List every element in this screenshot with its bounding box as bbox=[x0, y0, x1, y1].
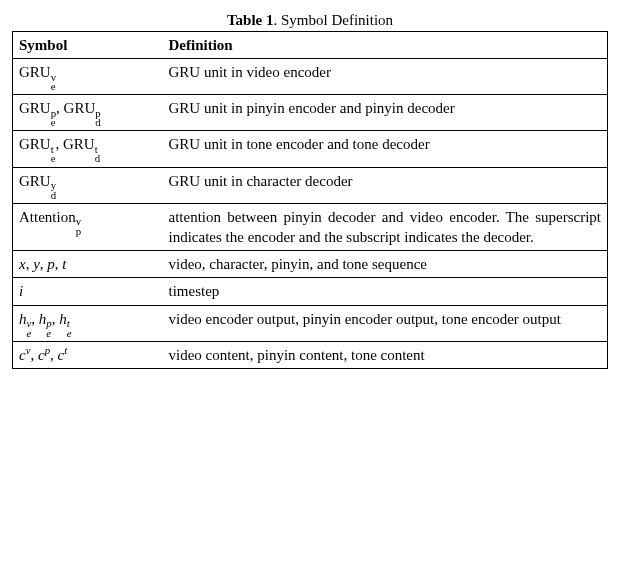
symbol-cell: hve, hpe, hte bbox=[13, 305, 163, 341]
definition-cell: timestep bbox=[163, 278, 608, 305]
symbol-cell: x, y, p, t bbox=[13, 251, 163, 278]
header-definition: Definition bbox=[163, 32, 608, 59]
definition-cell: attention between pinyin decoder and vid… bbox=[163, 203, 608, 251]
table-row: hve, hpe, hte video encoder output, piny… bbox=[13, 305, 608, 341]
table-row: cv, cp, ct video content, pinyin content… bbox=[13, 341, 608, 368]
definition-cell: GRU unit in pinyin encoder and pinyin de… bbox=[163, 95, 608, 131]
table-row: x, y, p, t video, character, pinyin, and… bbox=[13, 251, 608, 278]
symbol-definition-table: Symbol Definition GRUve GRU unit in vide… bbox=[12, 31, 608, 369]
table-row: GRUyd GRU unit in character decoder bbox=[13, 167, 608, 203]
table-title: Symbol Definition bbox=[281, 12, 393, 28]
table-row: i timestep bbox=[13, 278, 608, 305]
definition-cell: video, character, pinyin, and tone seque… bbox=[163, 251, 608, 278]
definition-cell: video encoder output, pinyin encoder out… bbox=[163, 305, 608, 341]
symbol-cell: GRUte, GRUtd bbox=[13, 131, 163, 167]
table-row: GRUpe, GRUpd GRU unit in pinyin encoder … bbox=[13, 95, 608, 131]
table-row: GRUte, GRUtd GRU unit in tone encoder an… bbox=[13, 131, 608, 167]
symbol-cell: GRUyd bbox=[13, 167, 163, 203]
definition-cell: video content, pinyin content, tone cont… bbox=[163, 341, 608, 368]
definition-cell: GRU unit in tone encoder and tone decode… bbox=[163, 131, 608, 167]
symbol-cell: Attentionvp bbox=[13, 203, 163, 251]
table-header-row: Symbol Definition bbox=[13, 32, 608, 59]
symbol-cell: i bbox=[13, 278, 163, 305]
header-symbol: Symbol bbox=[13, 32, 163, 59]
table-label: Table 1 bbox=[227, 12, 274, 28]
table-row: GRUve GRU unit in video encoder bbox=[13, 59, 608, 95]
table-caption: Table 1. Symbol Definition bbox=[12, 12, 608, 29]
symbol-cell: GRUve bbox=[13, 59, 163, 95]
definition-cell: GRU unit in video encoder bbox=[163, 59, 608, 95]
definition-cell: GRU unit in character decoder bbox=[163, 167, 608, 203]
symbol-cell: cv, cp, ct bbox=[13, 341, 163, 368]
table-row: Attentionvp attention between pinyin dec… bbox=[13, 203, 608, 251]
symbol-cell: GRUpe, GRUpd bbox=[13, 95, 163, 131]
